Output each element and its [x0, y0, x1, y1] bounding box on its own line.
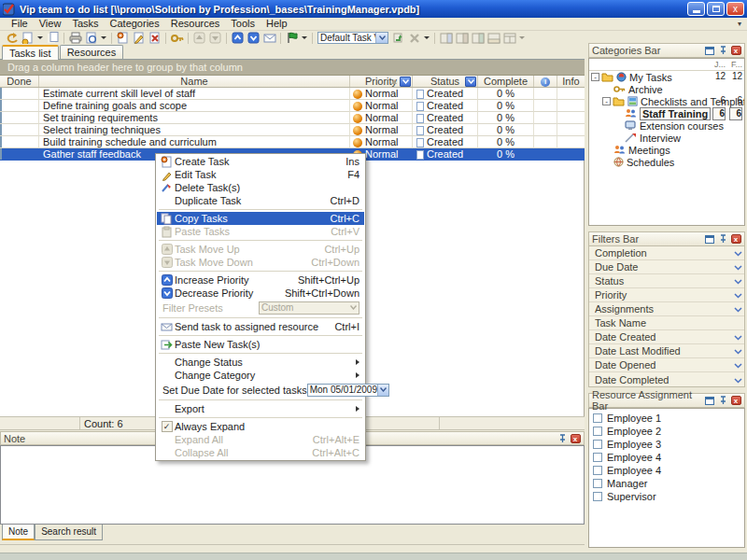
decrease-priority-icon[interactable]	[246, 32, 261, 45]
menubar-overflow-icon[interactable]: ▾	[738, 20, 741, 28]
edit-task-icon[interactable]	[131, 32, 147, 45]
new-dropdown-icon[interactable]	[37, 36, 43, 39]
collapse-icon[interactable]: -	[602, 97, 611, 105]
tree-item-schedules[interactable]: Schedules	[589, 156, 744, 168]
dropdown-icon[interactable]	[734, 303, 742, 315]
tree-item-extension-courses[interactable]: Extension courses	[589, 119, 744, 132]
filters-bar-toggle-icon[interactable]	[454, 32, 470, 45]
new-task-list-icon[interactable]	[20, 32, 35, 45]
priority-filter-icon[interactable]	[400, 77, 411, 87]
menu-item-copy-tasks[interactable]: Copy TasksCtrl+C	[157, 212, 364, 225]
column-header-info-icon[interactable]: i	[534, 76, 557, 87]
menu-item-send-task[interactable]: Send task to assigned resourceCtrl+I	[157, 320, 364, 333]
tree-column-2[interactable]: F...	[731, 60, 742, 69]
open-list-icon[interactable]	[45, 32, 61, 45]
send-task-icon[interactable]	[261, 32, 277, 45]
resource-checkbox[interactable]	[593, 453, 602, 462]
resource-bar-toggle-icon[interactable]	[470, 32, 486, 45]
tree-item-staff-training[interactable]: Staff Training 6 6	[589, 107, 744, 119]
column-header-done[interactable]: Done	[0, 76, 39, 87]
done-checkbox[interactable]	[0, 136, 2, 148]
menu-item-change-status[interactable]: Change Status	[157, 356, 364, 369]
categories-window-icon[interactable]	[704, 46, 715, 56]
filter-flag-icon[interactable]	[284, 32, 300, 45]
filter-status[interactable]: Status	[589, 274, 744, 288]
resource-checkbox[interactable]	[593, 492, 602, 501]
categories-bar-toggle-icon[interactable]	[438, 32, 454, 45]
filters-pin-icon[interactable]	[717, 234, 728, 245]
resource-item[interactable]: Manager	[592, 477, 744, 489]
menu-item-create-task[interactable]: Create TaskIns	[157, 155, 364, 168]
tree-item-my-tasks[interactable]: - My Tasks 12 12	[589, 71, 744, 83]
menu-tools[interactable]: Tools	[225, 18, 261, 30]
menu-help[interactable]: Help	[261, 18, 293, 30]
note-pin-icon[interactable]	[557, 433, 568, 443]
column-header-complete[interactable]: Complete	[478, 76, 534, 87]
resource-checkbox[interactable]	[593, 427, 602, 436]
apply-view-icon[interactable]	[390, 32, 406, 45]
filter-date-created[interactable]: Date Created	[589, 330, 744, 344]
filter-dropdown-icon[interactable]	[302, 36, 307, 39]
delete-task-icon[interactable]	[147, 32, 162, 45]
dropdown-icon[interactable]	[734, 275, 742, 287]
dropdown-icon[interactable]	[734, 359, 742, 371]
dropdown-icon[interactable]	[734, 345, 742, 357]
categories-pin-icon[interactable]	[717, 46, 728, 56]
tree-item-interview[interactable]: Interview	[589, 132, 744, 144]
done-checkbox[interactable]	[0, 124, 2, 136]
menu-item-delete-task[interactable]: Delete Task(s)	[157, 181, 364, 194]
resource-close-icon[interactable]: x	[730, 396, 741, 406]
group-by-bar[interactable]: Drag a column header here to group by th…	[0, 60, 585, 76]
menu-item-expand-all[interactable]: Expand AllCtrl+Alt+E	[157, 433, 364, 446]
tree-item-archive[interactable]: Archive	[589, 83, 744, 95]
resource-item[interactable]: Employee 1	[592, 412, 744, 424]
collapse-icon[interactable]: -	[591, 73, 599, 81]
resource-item[interactable]: Supervisor	[592, 490, 744, 502]
clear-view-icon[interactable]	[406, 32, 422, 45]
menu-item-paste-new-tasks[interactable]: Paste New Task(s)	[157, 338, 364, 351]
menu-item-export[interactable]: Export	[157, 402, 364, 415]
column-header-name[interactable]: Name	[39, 76, 350, 87]
print-preview-icon[interactable]	[83, 32, 99, 45]
task-row[interactable]: Define training goals and scope Normal C…	[0, 100, 585, 112]
note-bar-toggle-icon[interactable]	[486, 32, 501, 45]
filter-date-last-modified[interactable]: Date Last Modified	[589, 344, 744, 358]
menu-item-task-move-up[interactable]: Task Move UpCtrl+Up	[157, 243, 364, 256]
resource-checkbox[interactable]	[593, 479, 602, 488]
dropdown-icon[interactable]	[734, 261, 742, 273]
done-checkbox[interactable]	[0, 148, 2, 161]
menu-tasks[interactable]: Tasks	[66, 18, 104, 30]
due-date-combobox[interactable]: Mon 05/01/2009	[307, 384, 389, 397]
menu-item-filter-presets[interactable]: Filter Presets Custom	[157, 300, 364, 315]
panels-layout-icon[interactable]	[501, 32, 517, 45]
menu-item-collapse-all[interactable]: Collapse AllCtrl+Alt+C	[157, 446, 364, 459]
restore-button[interactable]	[707, 2, 725, 16]
filter-priority[interactable]: Priority	[589, 288, 744, 302]
dropdown-icon[interactable]	[734, 289, 742, 301]
menu-item-duplicate-task[interactable]: Duplicate TaskCtrl+D	[157, 194, 364, 207]
print-icon[interactable]	[67, 32, 83, 45]
task-row[interactable]: Estimate current skill level of staff No…	[0, 88, 585, 100]
status-filter-icon[interactable]	[465, 77, 476, 87]
filters-window-icon[interactable]	[704, 234, 715, 245]
filter-presets-combobox[interactable]: Custom	[259, 301, 359, 315]
resource-window-icon[interactable]	[704, 396, 715, 406]
menu-item-decrease-priority[interactable]: Decrease PriorityShift+Ctrl+Down	[157, 287, 364, 300]
menu-item-task-move-down[interactable]: Task Move DownCtrl+Down	[157, 256, 364, 269]
resource-checkbox[interactable]	[593, 440, 602, 449]
resource-item[interactable]: Employee 4	[592, 451, 744, 463]
task-row[interactable]: Select training techniques Normal Create…	[0, 124, 585, 136]
create-task-icon[interactable]	[115, 32, 131, 45]
done-checkbox[interactable]	[0, 112, 2, 124]
key-icon[interactable]	[169, 32, 185, 45]
task-move-down-icon[interactable]	[207, 32, 223, 45]
task-row[interactable]: Set training requirements Normal Created…	[0, 112, 585, 124]
menu-resources[interactable]: Resources	[165, 18, 226, 30]
resource-pin-icon[interactable]	[717, 396, 728, 406]
resource-checkbox[interactable]	[593, 466, 602, 475]
filter-due-date[interactable]: Due Date	[589, 260, 744, 274]
column-header-info[interactable]: Info	[557, 76, 585, 87]
menu-item-edit-task[interactable]: Edit TaskF4	[157, 168, 364, 181]
dropdown-icon[interactable]	[734, 331, 742, 343]
dropdown-icon[interactable]	[377, 385, 388, 396]
